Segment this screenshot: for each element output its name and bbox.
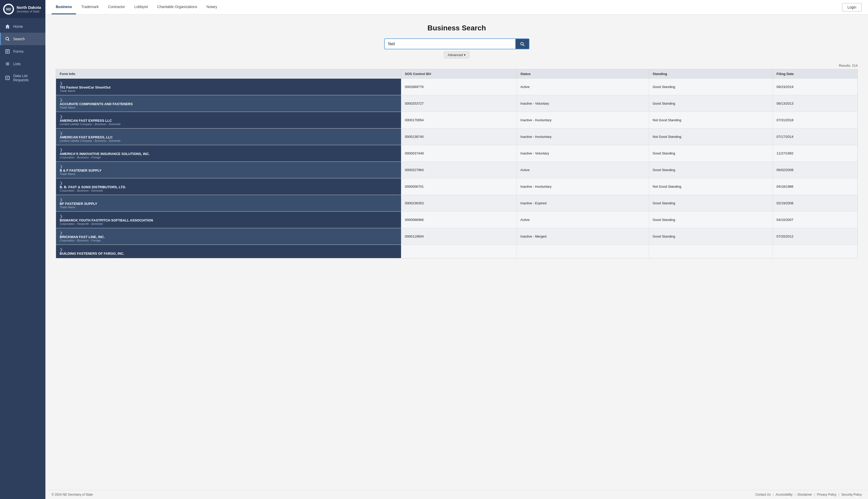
svg-line-3 bbox=[8, 40, 10, 41]
tab-business[interactable]: Business bbox=[52, 0, 76, 14]
status-cell: Inactive - Involuntary bbox=[517, 112, 649, 129]
logo-title: North Dakota bbox=[16, 5, 41, 10]
sos-id-cell: 0000086966 bbox=[401, 211, 516, 228]
entity-name: AMERICAN FAST EXPRESS LLC bbox=[60, 119, 398, 123]
table-row[interactable]: ❯ AMERICAN FAST EXPRESS LLC Limited Liab… bbox=[56, 112, 858, 129]
page-title: Business Search bbox=[56, 24, 858, 32]
results-table: Form Info SOS Control ID# Status Standin… bbox=[56, 69, 858, 258]
data-list-icon bbox=[5, 75, 10, 81]
status-cell: Active bbox=[517, 211, 649, 228]
sidebar-item-data-list-label: Data List Requests bbox=[13, 74, 41, 82]
table-row[interactable]: ❯ BRICKMAN FAST LINE, INC. Corporation -… bbox=[56, 228, 858, 245]
footer-link-contact[interactable]: Contact Us bbox=[755, 493, 770, 496]
table-row[interactable]: ❯ ACCURATE COMPONENTS AND FASTENERS Trad… bbox=[56, 95, 858, 112]
advanced-button[interactable]: Advanced ▾ bbox=[444, 51, 469, 58]
logo-sub: Secretary of State bbox=[16, 10, 41, 13]
status-cell: Inactive - Involuntary bbox=[517, 129, 649, 145]
chevron-right-icon: ❯ bbox=[60, 247, 63, 252]
standing-cell: Good Standing bbox=[649, 211, 773, 228]
svg-rect-11 bbox=[6, 76, 9, 80]
entity-name: BRICKMAN FAST LINE, INC. bbox=[60, 235, 398, 239]
filing-date-cell: 06/02/2008 bbox=[773, 162, 858, 178]
sidebar-item-search[interactable]: Search bbox=[0, 33, 46, 45]
table-row[interactable]: ❯ AMERICAN FAST EXPRESS, LLC Limited Lia… bbox=[56, 129, 858, 145]
search-container: Advanced ▾ bbox=[56, 38, 858, 58]
sos-id-cell: 0000253727 bbox=[401, 95, 516, 112]
status-cell: Inactive - Expired bbox=[517, 195, 649, 211]
footer-links: Contact Us | Accessibility | Disclaimer … bbox=[755, 493, 862, 496]
chevron-down-icon: ▾ bbox=[464, 53, 466, 57]
tab-contractor[interactable]: Contractor bbox=[104, 0, 129, 14]
table-row[interactable]: ❯ B. B. FAST & SONS DISTRIBUTORS, LTD. C… bbox=[56, 178, 858, 195]
entity-type: Limited Liability Company - Business - D… bbox=[60, 139, 398, 142]
footer-link-accessibility[interactable]: Accessibility bbox=[776, 493, 793, 496]
sidebar-logo: ND North Dakota Secretary of State bbox=[0, 0, 46, 18]
filing-date-cell: 07/20/2012 bbox=[773, 228, 858, 245]
standing-cell: Good Standing bbox=[649, 145, 773, 162]
chevron-right-icon: ❯ bbox=[60, 81, 63, 85]
filing-date-cell: 11/27/1992 bbox=[773, 145, 858, 162]
sos-id-cell: 0000119604 bbox=[401, 228, 516, 245]
table-header-row: Form Info SOS Control ID# Status Standin… bbox=[56, 69, 858, 79]
table-row[interactable]: ❯ AMERICA'S INNOVATIVE INSURANCE SOLUTIO… bbox=[56, 145, 858, 162]
sos-id-cell: 0000138740 bbox=[401, 129, 516, 145]
tab-notary[interactable]: Notary bbox=[202, 0, 221, 14]
entity-type: Limited Liability Company - Business - D… bbox=[60, 123, 398, 126]
status-cell: Inactive - Voluntary bbox=[517, 145, 649, 162]
chevron-right-icon: ❯ bbox=[60, 181, 63, 185]
entity-type: Trade Name bbox=[60, 89, 398, 93]
forms-icon bbox=[5, 49, 10, 54]
tab-charitable[interactable]: Charitable Organizations bbox=[153, 0, 201, 14]
chevron-right-icon: ❯ bbox=[60, 197, 63, 202]
entity-type: Trade Name bbox=[60, 172, 398, 175]
table-row[interactable]: ❯ B & F FASTENER SUPPLY Trade Name 00002… bbox=[56, 162, 858, 178]
table-row[interactable]: ❯ BISMARCK YOUTH FASTPITCH SOFTBALL ASSO… bbox=[56, 211, 858, 228]
svg-text:ND: ND bbox=[6, 7, 11, 11]
filing-date-cell: 07/31/2018 bbox=[773, 112, 858, 129]
col-sos-id: SOS Control ID# bbox=[401, 69, 516, 79]
search-icon bbox=[520, 41, 525, 47]
nav-tabs: Business Trademark Contractor Lobbyist C… bbox=[52, 0, 221, 14]
entity-name: B & F FASTENER SUPPLY bbox=[60, 169, 398, 172]
col-status: Status bbox=[517, 69, 649, 79]
standing-cell: Not Good Standing bbox=[649, 178, 773, 195]
entity-type: Trade Name bbox=[60, 206, 398, 209]
entity-name: BF FASTENER SUPPLY bbox=[60, 202, 398, 206]
status-cell: Inactive - Merged bbox=[517, 228, 649, 245]
status-cell: Active bbox=[517, 79, 649, 95]
sidebar-item-lists[interactable]: Lists bbox=[0, 58, 46, 70]
table-row[interactable]: ❯ 701 Fastest StreetCar ShootOut Trade N… bbox=[56, 79, 858, 95]
entity-type: Corporation - Business - Foreign bbox=[60, 239, 398, 242]
standing-cell: Good Standing bbox=[649, 95, 773, 112]
tab-trademark[interactable]: Trademark bbox=[77, 0, 103, 14]
sidebar-item-home[interactable]: Home bbox=[0, 20, 46, 33]
status-cell bbox=[517, 245, 649, 258]
filing-date-cell bbox=[773, 245, 858, 258]
search-input[interactable] bbox=[385, 39, 515, 49]
table-row[interactable]: ❯ BF FASTENER SUPPLY Trade Name 00002363… bbox=[56, 195, 858, 211]
table-row[interactable]: ❯ BUILDING FASTENERS OF FARGO, INC. bbox=[56, 245, 858, 258]
footer-link-disclaimer[interactable]: Disclaimer bbox=[797, 493, 812, 496]
sidebar-item-forms-label: Forms bbox=[13, 49, 24, 53]
advanced-label: Advanced bbox=[448, 53, 463, 57]
sos-id-cell: 0000170954 bbox=[401, 112, 516, 129]
entity-name: AMERICAN FAST EXPRESS, LLC bbox=[60, 135, 398, 139]
chevron-right-icon: ❯ bbox=[60, 165, 63, 169]
chevron-right-icon: ❯ bbox=[60, 131, 63, 135]
footer: © 2024 ND Secretary of State Contact Us … bbox=[46, 490, 868, 499]
footer-link-privacy[interactable]: Privacy Policy bbox=[817, 493, 836, 496]
logo-text: North Dakota Secretary of State bbox=[16, 5, 41, 13]
sos-id-cell: 0000006701 bbox=[401, 178, 516, 195]
results-count: Results: 214 bbox=[56, 64, 858, 68]
sidebar-item-lists-label: Lists bbox=[13, 62, 21, 66]
chevron-right-icon: ❯ bbox=[60, 148, 63, 152]
col-form-info: Form Info bbox=[56, 69, 401, 79]
sidebar-item-data-list-requests[interactable]: Data List Requests bbox=[0, 70, 46, 86]
sidebar-item-forms[interactable]: Forms bbox=[0, 45, 46, 58]
standing-cell: Not Good Standing bbox=[649, 112, 773, 129]
tab-lobbyist[interactable]: Lobbyist bbox=[130, 0, 152, 14]
footer-link-security[interactable]: Security Policy bbox=[841, 493, 862, 496]
search-button[interactable] bbox=[515, 39, 529, 49]
status-cell: Inactive - Involuntary bbox=[517, 178, 649, 195]
login-button[interactable]: Login bbox=[842, 3, 862, 11]
